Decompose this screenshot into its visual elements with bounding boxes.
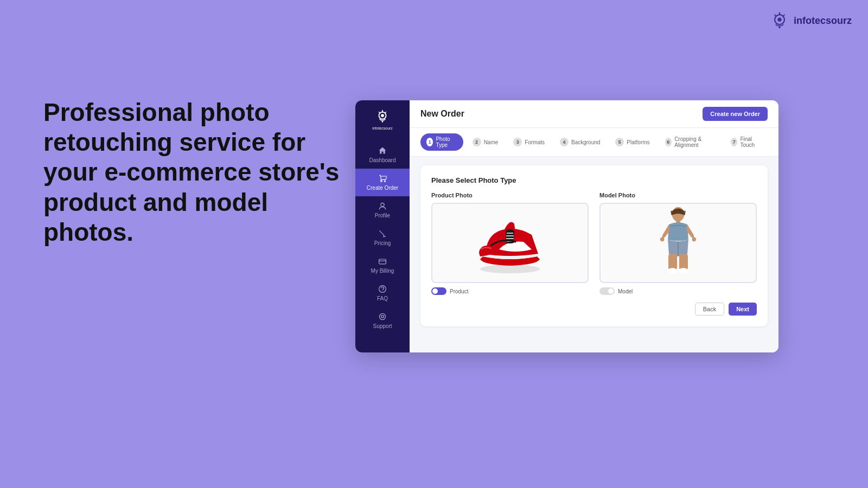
sidebar-label-profile: Profile	[375, 213, 390, 219]
svg-point-11	[382, 121, 384, 123]
step-5-label: Platforms	[627, 139, 649, 145]
step-3-label: Formats	[525, 139, 545, 145]
logo-icon	[770, 11, 789, 30]
content-area: Please Select Photo Type Product Photo	[410, 157, 778, 352]
svg-point-16	[379, 313, 385, 319]
profile-icon	[378, 202, 387, 210]
step-4-num: 4	[560, 138, 569, 146]
next-button[interactable]: Next	[729, 303, 757, 316]
top-logo: infotecsourz	[770, 11, 852, 30]
photo-type-card: Please Select Photo Type Product Photo	[420, 165, 768, 326]
model-radio-row: Model	[599, 287, 757, 295]
photo-types-container: Product Photo	[431, 192, 757, 295]
main-content: New Order Create new Order 1 Photo Type …	[410, 100, 778, 352]
step-formats[interactable]: 3 Formats	[507, 135, 551, 149]
step-platforms[interactable]: 5 Platforms	[609, 135, 655, 149]
sidebar-logo-icon	[375, 109, 390, 124]
svg-point-1	[777, 18, 781, 22]
create-new-order-button[interactable]: Create new Order	[703, 107, 768, 121]
sidebar-item-profile[interactable]: Profile	[355, 196, 410, 224]
product-radio-toggle[interactable]	[431, 287, 446, 295]
sidebar-logo-text: infotecsourz	[372, 126, 393, 130]
product-radio-label: Product	[450, 288, 468, 294]
back-button[interactable]: Back	[695, 303, 724, 316]
page-title: New Order	[420, 109, 464, 119]
top-logo-text: infotecsourz	[794, 15, 852, 27]
pricing-icon	[378, 229, 387, 238]
sidebar-label-create-order: Create Order	[367, 185, 398, 191]
svg-point-29	[660, 237, 665, 242]
svg-rect-13	[379, 259, 386, 264]
svg-line-10	[385, 112, 386, 113]
model-photo-image[interactable]	[599, 203, 757, 283]
app-window: infotecsourz Dashboard Create Order Prof…	[355, 100, 778, 352]
headline: Professional photo retouching service fo…	[43, 98, 358, 247]
sidebar-label-support: Support	[373, 323, 392, 329]
model-photo-col: Model Photo	[599, 192, 757, 295]
svg-line-9	[379, 112, 380, 113]
step-4-label: Background	[571, 139, 600, 145]
sidebar-item-dashboard[interactable]: Dashboard	[355, 141, 410, 169]
model-radio-label: Model	[618, 288, 633, 294]
sidebar-label-pricing: Pricing	[374, 240, 391, 246]
home-icon	[378, 146, 387, 155]
sidebar-item-pricing[interactable]: Pricing	[355, 224, 410, 252]
svg-point-27	[668, 268, 677, 273]
svg-point-12	[381, 203, 384, 206]
step-final-touch[interactable]: 7 Final Touch	[725, 133, 768, 151]
step-photo-type[interactable]: 1 Photo Type	[420, 133, 463, 151]
svg-point-30	[692, 237, 697, 242]
billing-icon	[378, 257, 387, 266]
step-1-num: 1	[426, 138, 433, 146]
sidebar-label-faq: FAQ	[377, 296, 388, 301]
svg-rect-26	[679, 254, 688, 269]
step-6-num: 6	[665, 138, 672, 146]
model-photo-label: Model Photo	[599, 192, 757, 198]
cart-icon	[378, 174, 387, 183]
svg-rect-25	[668, 254, 677, 269]
step-3-num: 3	[513, 138, 522, 146]
sidebar-item-billing[interactable]: My Billing	[355, 252, 410, 279]
sidebar-logo: infotecsourz	[372, 109, 393, 130]
card-title: Please Select Photo Type	[431, 176, 757, 184]
headline-line4: product and model photos.	[43, 188, 268, 246]
faq-icon	[378, 285, 387, 293]
support-icon	[378, 312, 387, 321]
product-photo-label: Product Photo	[431, 192, 589, 198]
step-2-label: Name	[484, 139, 499, 145]
sidebar-label-dashboard: Dashboard	[369, 157, 396, 163]
action-bar: Back Next	[431, 303, 757, 316]
step-5-num: 5	[615, 138, 624, 146]
step-6-label: Cropping & Alignment	[674, 136, 716, 148]
step-7-label: Final Touch	[740, 136, 762, 148]
step-1-label: Photo Type	[436, 136, 457, 148]
sidebar-item-create-order[interactable]: Create Order	[355, 169, 410, 196]
step-2-num: 2	[473, 138, 481, 146]
sidebar: infotecsourz Dashboard Create Order Prof…	[355, 100, 410, 352]
headline-line2: retouching service for	[43, 128, 305, 156]
product-radio-row: Product	[431, 287, 589, 295]
headline-line1: Professional photo	[43, 98, 270, 126]
product-photo-image[interactable]	[431, 203, 589, 283]
svg-point-5	[778, 27, 781, 29]
sidebar-item-support[interactable]: Support	[355, 307, 410, 335]
product-photo-col: Product Photo	[431, 192, 589, 295]
svg-point-28	[679, 268, 688, 273]
svg-line-4	[783, 15, 784, 16]
product-shoe-svg	[467, 210, 553, 275]
svg-point-17	[480, 265, 540, 273]
model-radio-toggle[interactable]	[599, 287, 615, 295]
step-background[interactable]: 4 Background	[554, 135, 606, 149]
sidebar-item-faq[interactable]: FAQ	[355, 279, 410, 307]
sidebar-label-billing: My Billing	[371, 268, 394, 274]
svg-point-7	[381, 114, 384, 117]
main-header: New Order Create new Order	[410, 100, 778, 128]
step-name[interactable]: 2 Name	[467, 135, 505, 149]
model-svg	[646, 205, 711, 281]
step-7-num: 7	[731, 138, 737, 146]
step-cropping[interactable]: 6 Cropping & Alignment	[659, 133, 722, 151]
svg-line-3	[775, 15, 776, 16]
steps-bar: 1 Photo Type 2 Name 3 Formats 4 Backgrou…	[410, 128, 778, 157]
headline-line3: your e-commerce store's	[43, 158, 339, 186]
